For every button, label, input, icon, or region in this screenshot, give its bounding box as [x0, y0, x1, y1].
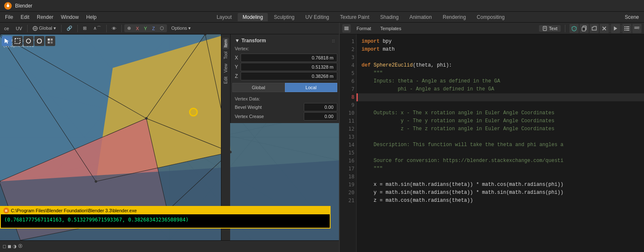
- selection-tools: [2, 36, 55, 46]
- axis-x[interactable]: X: [133, 25, 141, 32]
- menu-render[interactable]: Render: [33, 13, 56, 21]
- axis-z[interactable]: Z: [149, 25, 157, 32]
- te-format[interactable]: Format: [353, 25, 375, 32]
- vt-snap[interactable]: ⊞: [80, 25, 89, 32]
- lasso-select-tool[interactable]: [34, 36, 44, 46]
- circle-select-tool[interactable]: [23, 36, 33, 46]
- svg-point-35: [204, 34, 206, 36]
- side-tab-view[interactable]: View: [223, 62, 229, 75]
- te-run-btn[interactable]: [611, 24, 620, 33]
- select-box-tool[interactable]: [2, 36, 12, 46]
- console-path: C:\Program Files\Blender Foundation\Blen…: [11, 208, 137, 213]
- svg-marker-52: [5, 39, 9, 44]
- more-icon: [47, 38, 54, 44]
- vt-snap2[interactable]: ∧⌒: [91, 24, 104, 32]
- console-titlebar: B C:\Program Files\Blender Foundation\Bl…: [1, 207, 330, 214]
- te-left-tools: [342, 24, 351, 33]
- te-spellcheck-btn[interactable]: ✓: [570, 24, 579, 33]
- side-tab-edit[interactable]: Edit: [223, 75, 229, 85]
- tab-layout[interactable]: Layout: [212, 13, 237, 21]
- svg-rect-56: [51, 39, 53, 41]
- svg-rect-61: [344, 29, 349, 30]
- code-area[interactable]: 123456789101112131415161718192021 import…: [340, 34, 644, 252]
- menu-file[interactable]: File: [2, 13, 16, 21]
- vt-global[interactable]: Global ▾: [30, 25, 59, 32]
- svg-rect-55: [48, 39, 50, 41]
- box-select-tool[interactable]: [13, 36, 23, 46]
- vt-options[interactable]: Options ▾: [169, 25, 193, 32]
- bevel-weight-row: Bevel Weight: [232, 103, 337, 111]
- te-close-btn[interactable]: [600, 24, 609, 33]
- x-input[interactable]: [241, 54, 337, 62]
- y-input[interactable]: [241, 63, 337, 71]
- vertex-crease-row: Vertex Crease: [232, 112, 337, 121]
- bevel-weight-label: Bevel Weight: [232, 105, 304, 110]
- axis-y[interactable]: Y: [141, 25, 149, 32]
- viewport-bottom: ◻ ◼ ◑ ⦿: [0, 240, 339, 252]
- te-copy-btn[interactable]: [580, 24, 589, 33]
- copy-icon: [581, 26, 587, 31]
- tab-shading[interactable]: Shading: [375, 13, 404, 21]
- te-wrap-btn[interactable]: [632, 24, 641, 33]
- viewport-canvas[interactable]: X Y Z User Perspective (1) Sphere.001: [0, 34, 339, 240]
- bevel-weight-input[interactable]: [304, 103, 337, 111]
- tab-sculpting[interactable]: Sculpting: [269, 13, 299, 21]
- svg-marker-19: [96, 34, 230, 181]
- separator3: [77, 25, 78, 32]
- vertex-crease-input[interactable]: [304, 112, 337, 121]
- svg-rect-73: [624, 28, 626, 29]
- svg-line-30: [146, 118, 167, 211]
- menu-help[interactable]: Help: [83, 13, 100, 21]
- vt-uv[interactable]: UV: [13, 25, 25, 32]
- vt-ce[interactable]: ce: [2, 25, 12, 32]
- vt-eye[interactable]: 👁: [109, 25, 119, 32]
- more-select-tool[interactable]: [45, 36, 55, 46]
- tab-texture-paint[interactable]: Texture Paint: [335, 13, 375, 21]
- te-menu-icon[interactable]: [342, 24, 351, 33]
- local-btn[interactable]: Local: [285, 83, 338, 92]
- side-tab-tool[interactable]: Tool: [223, 50, 229, 61]
- svg-rect-71: [624, 26, 626, 27]
- x-label: X: [232, 55, 241, 61]
- tab-rendering[interactable]: Rendering: [438, 13, 471, 21]
- tab-uv-editing[interactable]: UV Editing: [300, 13, 334, 21]
- vt-link[interactable]: 🔗: [64, 25, 75, 32]
- tab-animation[interactable]: Animation: [405, 13, 437, 21]
- axis-transform[interactable]: ⬡: [157, 25, 167, 32]
- box-select-icon: [14, 38, 21, 44]
- svg-rect-74: [626, 28, 629, 29]
- svg-line-32: [0, 118, 146, 182]
- tab-modeling[interactable]: Modeling: [238, 13, 268, 21]
- lasso-icon: [36, 38, 43, 44]
- code-content[interactable]: import bpy import math def Sphere2Euclid…: [357, 34, 644, 252]
- tab-compositing[interactable]: Compositing: [472, 13, 510, 21]
- transform-panel-header[interactable]: ▼ Transform ::: [232, 36, 337, 45]
- svg-rect-53: [15, 39, 20, 44]
- te-right-tools: ✓: [570, 24, 641, 33]
- menu-window[interactable]: Window: [57, 13, 82, 21]
- te-open-btn[interactable]: [590, 24, 599, 33]
- axis-sync[interactable]: ⊕: [125, 25, 133, 32]
- te-templates[interactable]: Templates: [377, 25, 405, 32]
- word-wrap-icon: [634, 26, 640, 31]
- vertex-crease-label: Vertex Crease: [232, 114, 304, 119]
- viewport-area[interactable]: ce UV Global ▾ 🔗 ⊞ ∧⌒ 👁 ⊕ X Y Z ⬡: [0, 23, 339, 252]
- svg-line-28: [146, 118, 231, 152]
- te-file-selector[interactable]: Text: [539, 25, 561, 32]
- svg-point-36: [145, 117, 148, 120]
- svg-point-40: [0, 180, 0, 183]
- menu-edit[interactable]: Edit: [17, 13, 33, 21]
- app-title: Blender: [15, 3, 32, 9]
- te-lineno-btn[interactable]: [622, 24, 631, 33]
- viewport-shading[interactable]: ◻ ◼ ◑ ⦿: [3, 244, 23, 249]
- z-input[interactable]: [241, 72, 337, 80]
- file-icon: [542, 26, 547, 31]
- cursor-icon: [3, 38, 10, 44]
- play-icon: [613, 26, 618, 31]
- te-current-file: Text: [549, 26, 557, 31]
- side-tab-item[interactable]: Item: [223, 38, 229, 49]
- collapse-icon: ▼: [235, 38, 240, 44]
- global-btn[interactable]: Global: [232, 83, 285, 92]
- separator: [27, 25, 28, 32]
- svg-rect-75: [624, 30, 626, 31]
